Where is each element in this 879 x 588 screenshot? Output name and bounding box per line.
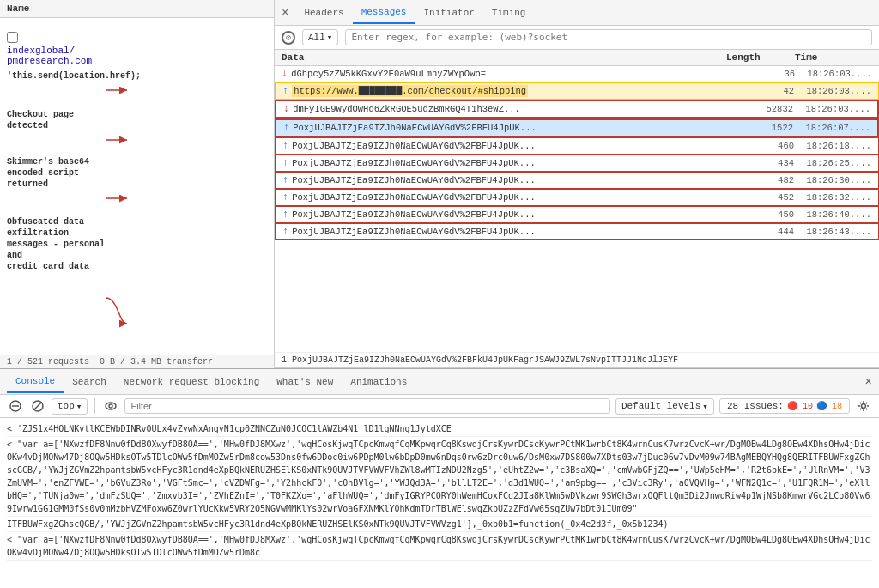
table-row[interactable]: ↑ PoxjUJBAJTZjEa9IZJh0NaECwUAYGdV%2FBFU4… [275,118,879,137]
network-status-bar: 1 / 521 requests 0 B / 3.4 MB transferr [0,355,274,368]
regex-filter-input[interactable] [345,29,872,45]
cell-length-4: 460 [725,141,794,151]
cell-length-3: 1522 [724,123,793,133]
ann-text-4: Obfuscated data exfiltrationmessages - p… [7,216,118,272]
tab-initiator[interactable]: Initiator [415,3,482,23]
arrow-up-icon: ↑ [282,157,288,169]
table-row[interactable]: ↑ https://www.████████.com/checkout/#shi… [275,82,879,100]
tab-console[interactable]: Console [7,371,64,393]
name-column: Name indexglobal/ pmdresearch.com 'this.… [0,0,275,368]
table-row[interactable]: ↓ dmFyIGE9WydOWHd6ZkRGOE5udzBmRGQ4T1h3eW… [275,100,879,118]
console-tabs-row: Console Search Network request blocking … [0,369,879,395]
ann-arrow-1 [7,82,110,99]
table-row[interactable]: ↑ PoxjUJBAJTZjEa9IZJh0NaECwUAYGdV%2FBFU4… [275,137,879,155]
header-time: Time [795,52,872,63]
issues-button[interactable]: 28 Issues: 🔴 10 🔵 18 [719,398,850,414]
cell-length-6: 482 [725,175,794,185]
clear-console-button[interactable] [7,397,24,415]
cell-data-9: ↑ PoxjUJBAJTZjEa9IZJh0NaECwUAYGdV%2FBFU4… [282,226,725,238]
request-count: 1 / 521 requests [7,357,89,367]
annotation-checkout: Checkout pagedetected [7,109,110,151]
settings-button[interactable] [855,397,872,415]
svg-point-7 [106,403,116,409]
tab-headers[interactable]: Headers [295,3,352,23]
annotation-exfil: Obfuscated data exfiltrationmessages - p… [7,216,118,326]
cell-length-0: 36 [726,69,795,79]
messages-panel: × Headers Messages Initiator Timing ⊘ Al… [275,0,879,368]
messages-filter-row: ⊘ All ▾ [275,26,879,50]
cell-data-4: ↑ PoxjUJBAJTZjEa9IZJh0NaECwUAYGdV%2FBFU4… [282,140,725,152]
cell-time-7: 18:26:32.... [794,192,871,203]
svg-line-6 [34,403,42,410]
arrow-up-icon: ↑ [282,85,288,97]
tab-network-blocking[interactable]: Network request blocking [115,372,268,392]
network-tabs-row: × Headers Messages Initiator Timing [275,0,879,26]
table-row[interactable]: ↓ dGhpcy5zZW5kKGxvY2F0aW9uLmhyZWYpOwo= 3… [275,66,879,82]
cell-time-9: 18:26:43.... [794,227,871,237]
tab-whats-new[interactable]: What's New [268,372,342,392]
tab-animations[interactable]: Animations [342,372,415,392]
eye-icon [105,402,117,410]
ann-arrow-3 [7,190,110,207]
error-count: 🔴 10 [787,401,813,411]
tab-messages[interactable]: Messages [353,2,415,24]
header-data: Data [282,52,726,63]
table-row[interactable]: ↑ PoxjUJBAJTZjEa9IZJh0NaECwUAYGdV%2FBFU4… [275,223,879,240]
name-checkbox[interactable] [7,32,18,43]
panel-close-icon[interactable]: × [282,6,288,20]
messages-table: ↓ dGhpcy5zZW5kKGxvY2F0aW9uLmhyZWYpOwo= 3… [275,66,879,352]
cell-time-1: 18:26:03.... [794,86,871,96]
toolbar-separator [94,398,95,414]
table-row[interactable]: ↑ PoxjUJBAJTZjEa9IZJh0NaECwUAYGdV%2FBFU4… [275,189,879,206]
default-levels-button[interactable]: Default levels ▾ [615,398,714,415]
cell-data-6: ↑ PoxjUJBAJTZjEa9IZJh0NaECwUAYGdV%2FBFU4… [282,174,725,186]
levels-chevron: ▾ [702,401,708,412]
clear-icon [9,400,21,412]
eye-button[interactable] [102,397,119,415]
console-output: < 'ZJS1x4HOLNKvtlKCEWbDINRv0ULx4vZywNxAn… [0,418,879,588]
annotation-skimmer: Skimmer's base64encoded script returned [7,156,118,209]
cell-data-3: ↑ PoxjUJBAJTZjEa9IZJh0NaECwUAYGdV%2FBFU4… [283,122,724,134]
cell-data-0: ↓ dGhpcy5zZW5kKGxvY2F0aW9uLmhyZWYpOwo= [282,68,726,80]
block-requests-button[interactable] [29,397,46,415]
devtools-container: Name indexglobal/ pmdresearch.com 'this.… [0,0,879,588]
arrow-up-icon: ↑ [283,122,289,134]
console-panel: Console Search Network request blocking … [0,369,879,588]
table-row[interactable]: ↑ PoxjUJBAJTZjEa9IZJh0NaECwUAYGdV%2FBFU4… [275,172,879,189]
tab-timing[interactable]: Timing [483,3,535,23]
name-entry[interactable]: indexglobal/ pmdresearch.com [0,18,274,70]
header-length: Length [726,52,795,63]
console-line: < "var a=['NXwzfDF8Nnw0fDd8OXwyfDB8OA=='… [7,437,872,517]
arrow-up-icon: ↑ [282,140,288,152]
ann-text-2: Checkout pagedetected [7,109,110,131]
arrow-down-icon: ↓ [282,68,288,80]
warning-count: 🔵 18 [816,401,842,411]
all-filter-dropdown[interactable]: All ▾ [302,29,338,45]
console-line: < 'ZJS1x4HOLNKvtlKCEWbDINRv0ULx4vZywNxAn… [7,421,872,437]
tab-search[interactable]: Search [64,372,115,392]
cell-data-7: ↑ PoxjUJBAJTZjEa9IZJh0NaECwUAYGdV%2FBFU4… [282,191,725,203]
console-filter-input[interactable] [124,398,609,414]
ann-text-3: Skimmer's base64encoded script returned [7,156,118,190]
name-entry-text: indexglobal/ pmdresearch.com [7,45,92,66]
table-row[interactable]: ↑ PoxjUJBAJTZjEa9IZJh0NaECwUAYGdV%2FBFU4… [275,206,879,223]
console-toolbar: top ▾ Default levels ▾ 28 Issues: 🔴 10 🔵… [0,395,879,418]
annotation-send: 'this.send(location.href); [7,70,118,101]
preview-text: 1 PoxjUJBAJTZjEa9IZJh0NaECwUAYGdV%2FBFkU… [282,355,678,365]
name-column-header: Name [0,0,274,18]
cell-length-2: 52832 [724,104,793,114]
table-row[interactable]: ↑ PoxjUJBAJTZjEa9IZJh0NaECwUAYGdV%2FBFU4… [275,155,879,172]
console-line: ITFBUWFxgZGhscQGB/,'YWJjZGVmZ2hpamtsbW5v… [7,517,872,532]
block-icon[interactable]: ⊘ [282,31,295,45]
context-selector[interactable]: top ▾ [52,398,88,415]
cell-time-0: 18:26:03.... [795,69,872,79]
cell-data-8: ↑ PoxjUJBAJTZjEa9IZJh0NaECwUAYGdV%2FBFU4… [282,209,725,221]
issues-label: 28 Issues: [727,401,784,411]
cell-length-7: 452 [725,192,794,203]
cell-time-4: 18:26:18.... [794,141,871,151]
console-close-button[interactable]: × [865,375,872,389]
ann-arrow-2 [7,131,110,149]
arrow-up-icon: ↑ [282,191,288,203]
arrow-up-icon: ↑ [282,209,288,221]
svg-point-8 [109,404,112,408]
